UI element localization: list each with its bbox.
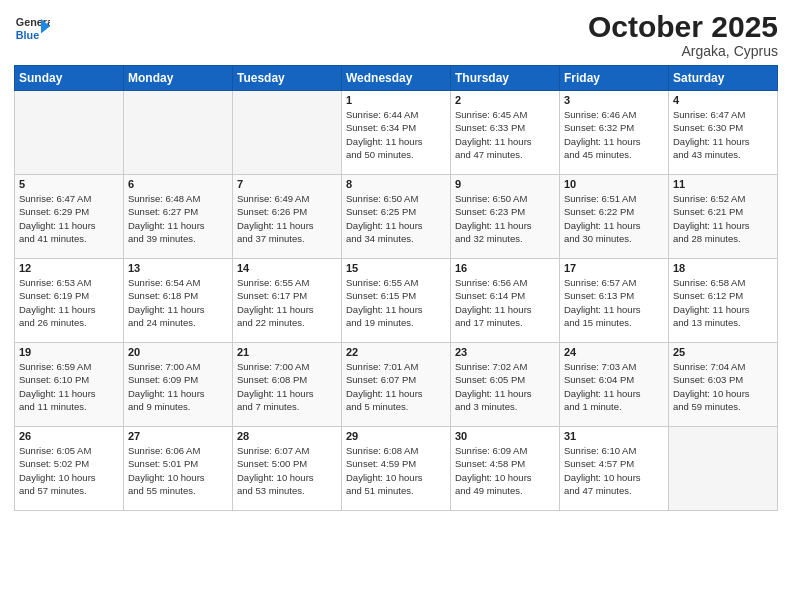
day-number: 12 (19, 262, 119, 274)
table-row: 26Sunrise: 6:05 AM Sunset: 5:02 PM Dayli… (15, 427, 124, 511)
day-info: Sunrise: 6:57 AM Sunset: 6:13 PM Dayligh… (564, 276, 664, 329)
day-number: 6 (128, 178, 228, 190)
day-number: 10 (564, 178, 664, 190)
day-number: 3 (564, 94, 664, 106)
col-saturday: Saturday (669, 66, 778, 91)
col-monday: Monday (124, 66, 233, 91)
calendar-week-row: 19Sunrise: 6:59 AM Sunset: 6:10 PM Dayli… (15, 343, 778, 427)
day-number: 2 (455, 94, 555, 106)
title-block: October 2025 Argaka, Cyprus (588, 10, 778, 59)
day-number: 31 (564, 430, 664, 442)
table-row: 13Sunrise: 6:54 AM Sunset: 6:18 PM Dayli… (124, 259, 233, 343)
logo-icon: General Blue (14, 10, 50, 46)
logo: General Blue (14, 10, 54, 46)
table-row: 28Sunrise: 6:07 AM Sunset: 5:00 PM Dayli… (233, 427, 342, 511)
day-number: 11 (673, 178, 773, 190)
day-number: 29 (346, 430, 446, 442)
day-number: 21 (237, 346, 337, 358)
table-row: 21Sunrise: 7:00 AM Sunset: 6:08 PM Dayli… (233, 343, 342, 427)
day-number: 30 (455, 430, 555, 442)
day-info: Sunrise: 6:47 AM Sunset: 6:30 PM Dayligh… (673, 108, 773, 161)
table-row (233, 91, 342, 175)
day-number: 14 (237, 262, 337, 274)
table-row: 2Sunrise: 6:45 AM Sunset: 6:33 PM Daylig… (451, 91, 560, 175)
calendar-week-row: 26Sunrise: 6:05 AM Sunset: 5:02 PM Dayli… (15, 427, 778, 511)
table-row: 22Sunrise: 7:01 AM Sunset: 6:07 PM Dayli… (342, 343, 451, 427)
table-row: 14Sunrise: 6:55 AM Sunset: 6:17 PM Dayli… (233, 259, 342, 343)
day-info: Sunrise: 6:52 AM Sunset: 6:21 PM Dayligh… (673, 192, 773, 245)
calendar-header-row: Sunday Monday Tuesday Wednesday Thursday… (15, 66, 778, 91)
calendar-week-row: 5Sunrise: 6:47 AM Sunset: 6:29 PM Daylig… (15, 175, 778, 259)
day-info: Sunrise: 6:49 AM Sunset: 6:26 PM Dayligh… (237, 192, 337, 245)
day-info: Sunrise: 6:05 AM Sunset: 5:02 PM Dayligh… (19, 444, 119, 497)
table-row: 25Sunrise: 7:04 AM Sunset: 6:03 PM Dayli… (669, 343, 778, 427)
table-row: 12Sunrise: 6:53 AM Sunset: 6:19 PM Dayli… (15, 259, 124, 343)
svg-text:Blue: Blue (16, 29, 39, 41)
col-friday: Friday (560, 66, 669, 91)
day-number: 18 (673, 262, 773, 274)
table-row: 9Sunrise: 6:50 AM Sunset: 6:23 PM Daylig… (451, 175, 560, 259)
day-info: Sunrise: 6:48 AM Sunset: 6:27 PM Dayligh… (128, 192, 228, 245)
day-info: Sunrise: 6:50 AM Sunset: 6:25 PM Dayligh… (346, 192, 446, 245)
day-info: Sunrise: 6:54 AM Sunset: 6:18 PM Dayligh… (128, 276, 228, 329)
day-info: Sunrise: 6:50 AM Sunset: 6:23 PM Dayligh… (455, 192, 555, 245)
table-row: 1Sunrise: 6:44 AM Sunset: 6:34 PM Daylig… (342, 91, 451, 175)
location: Argaka, Cyprus (588, 43, 778, 59)
day-info: Sunrise: 6:55 AM Sunset: 6:17 PM Dayligh… (237, 276, 337, 329)
day-info: Sunrise: 6:51 AM Sunset: 6:22 PM Dayligh… (564, 192, 664, 245)
table-row: 16Sunrise: 6:56 AM Sunset: 6:14 PM Dayli… (451, 259, 560, 343)
day-info: Sunrise: 7:02 AM Sunset: 6:05 PM Dayligh… (455, 360, 555, 413)
day-info: Sunrise: 7:04 AM Sunset: 6:03 PM Dayligh… (673, 360, 773, 413)
day-info: Sunrise: 7:00 AM Sunset: 6:08 PM Dayligh… (237, 360, 337, 413)
day-info: Sunrise: 6:09 AM Sunset: 4:58 PM Dayligh… (455, 444, 555, 497)
table-row: 3Sunrise: 6:46 AM Sunset: 6:32 PM Daylig… (560, 91, 669, 175)
table-row: 8Sunrise: 6:50 AM Sunset: 6:25 PM Daylig… (342, 175, 451, 259)
day-number: 1 (346, 94, 446, 106)
day-number: 19 (19, 346, 119, 358)
day-number: 28 (237, 430, 337, 442)
day-info: Sunrise: 6:06 AM Sunset: 5:01 PM Dayligh… (128, 444, 228, 497)
day-number: 23 (455, 346, 555, 358)
calendar-table: Sunday Monday Tuesday Wednesday Thursday… (14, 65, 778, 511)
table-row (669, 427, 778, 511)
day-info: Sunrise: 6:47 AM Sunset: 6:29 PM Dayligh… (19, 192, 119, 245)
table-row: 11Sunrise: 6:52 AM Sunset: 6:21 PM Dayli… (669, 175, 778, 259)
day-number: 20 (128, 346, 228, 358)
day-info: Sunrise: 6:58 AM Sunset: 6:12 PM Dayligh… (673, 276, 773, 329)
day-number: 15 (346, 262, 446, 274)
day-info: Sunrise: 7:00 AM Sunset: 6:09 PM Dayligh… (128, 360, 228, 413)
day-number: 25 (673, 346, 773, 358)
page: General Blue October 2025 Argaka, Cyprus… (0, 0, 792, 612)
table-row: 17Sunrise: 6:57 AM Sunset: 6:13 PM Dayli… (560, 259, 669, 343)
day-number: 13 (128, 262, 228, 274)
table-row: 27Sunrise: 6:06 AM Sunset: 5:01 PM Dayli… (124, 427, 233, 511)
day-info: Sunrise: 6:07 AM Sunset: 5:00 PM Dayligh… (237, 444, 337, 497)
day-number: 22 (346, 346, 446, 358)
table-row: 31Sunrise: 6:10 AM Sunset: 4:57 PM Dayli… (560, 427, 669, 511)
day-info: Sunrise: 6:10 AM Sunset: 4:57 PM Dayligh… (564, 444, 664, 497)
col-sunday: Sunday (15, 66, 124, 91)
table-row: 7Sunrise: 6:49 AM Sunset: 6:26 PM Daylig… (233, 175, 342, 259)
day-number: 27 (128, 430, 228, 442)
col-wednesday: Wednesday (342, 66, 451, 91)
day-info: Sunrise: 7:03 AM Sunset: 6:04 PM Dayligh… (564, 360, 664, 413)
day-info: Sunrise: 6:44 AM Sunset: 6:34 PM Dayligh… (346, 108, 446, 161)
table-row: 30Sunrise: 6:09 AM Sunset: 4:58 PM Dayli… (451, 427, 560, 511)
table-row: 29Sunrise: 6:08 AM Sunset: 4:59 PM Dayli… (342, 427, 451, 511)
day-info: Sunrise: 6:56 AM Sunset: 6:14 PM Dayligh… (455, 276, 555, 329)
table-row: 6Sunrise: 6:48 AM Sunset: 6:27 PM Daylig… (124, 175, 233, 259)
day-number: 5 (19, 178, 119, 190)
day-info: Sunrise: 6:59 AM Sunset: 6:10 PM Dayligh… (19, 360, 119, 413)
day-info: Sunrise: 6:45 AM Sunset: 6:33 PM Dayligh… (455, 108, 555, 161)
table-row: 10Sunrise: 6:51 AM Sunset: 6:22 PM Dayli… (560, 175, 669, 259)
day-number: 4 (673, 94, 773, 106)
col-tuesday: Tuesday (233, 66, 342, 91)
table-row: 15Sunrise: 6:55 AM Sunset: 6:15 PM Dayli… (342, 259, 451, 343)
table-row: 19Sunrise: 6:59 AM Sunset: 6:10 PM Dayli… (15, 343, 124, 427)
day-number: 17 (564, 262, 664, 274)
table-row (124, 91, 233, 175)
day-number: 24 (564, 346, 664, 358)
day-number: 26 (19, 430, 119, 442)
month-title: October 2025 (588, 10, 778, 43)
table-row: 5Sunrise: 6:47 AM Sunset: 6:29 PM Daylig… (15, 175, 124, 259)
